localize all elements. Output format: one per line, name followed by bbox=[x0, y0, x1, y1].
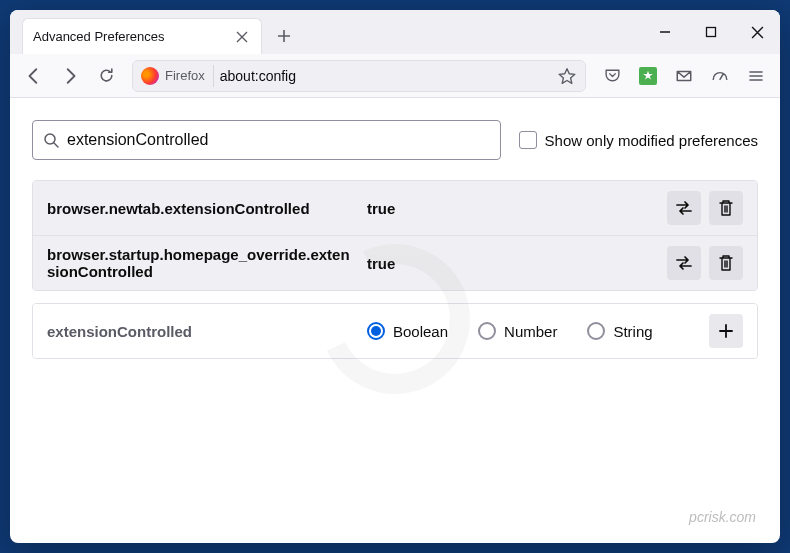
new-pref-row: extensionControlled Boolean Number Strin… bbox=[33, 304, 757, 358]
radio-icon bbox=[587, 322, 605, 340]
tab-title: Advanced Preferences bbox=[33, 29, 225, 44]
new-tab-button[interactable] bbox=[268, 20, 300, 52]
app-menu-button[interactable] bbox=[740, 60, 772, 92]
about-config-content: Show only modified preferences browser.n… bbox=[10, 98, 780, 543]
pref-table: browser.newtab.extensionControlled true … bbox=[32, 180, 758, 291]
toggle-button[interactable] bbox=[667, 246, 701, 280]
tab-advanced-preferences[interactable]: Advanced Preferences bbox=[22, 18, 262, 54]
identity-box[interactable]: Firefox bbox=[137, 65, 214, 87]
radio-string[interactable]: String bbox=[587, 322, 652, 340]
radio-label: String bbox=[613, 323, 652, 340]
url-bar[interactable]: Firefox about:config bbox=[132, 60, 586, 92]
extension-icon[interactable] bbox=[632, 60, 664, 92]
radio-label: Number bbox=[504, 323, 557, 340]
firefox-logo-icon bbox=[141, 67, 159, 85]
delete-button[interactable] bbox=[709, 191, 743, 225]
add-button[interactable] bbox=[709, 314, 743, 348]
browser-window: Advanced Preferences bbox=[10, 10, 780, 543]
close-window-button[interactable] bbox=[734, 10, 780, 54]
dashboard-icon[interactable] bbox=[704, 60, 736, 92]
pref-row[interactable]: browser.newtab.extensionControlled true bbox=[33, 181, 757, 236]
search-icon bbox=[43, 132, 59, 148]
show-modified-checkbox[interactable]: Show only modified preferences bbox=[519, 131, 758, 149]
inbox-icon[interactable] bbox=[668, 60, 700, 92]
show-modified-label: Show only modified preferences bbox=[545, 132, 758, 149]
nav-toolbar: Firefox about:config bbox=[10, 54, 780, 98]
pref-value: true bbox=[367, 200, 657, 217]
tab-bar: Advanced Preferences bbox=[10, 10, 780, 54]
new-pref-table: extensionControlled Boolean Number Strin… bbox=[32, 303, 758, 359]
delete-button[interactable] bbox=[709, 246, 743, 280]
minimize-button[interactable] bbox=[642, 10, 688, 54]
pref-search-box[interactable] bbox=[32, 120, 501, 160]
type-radio-group: Boolean Number String bbox=[367, 322, 699, 340]
search-row: Show only modified preferences bbox=[32, 120, 758, 160]
radio-number[interactable]: Number bbox=[478, 322, 557, 340]
radio-label: Boolean bbox=[393, 323, 448, 340]
pocket-icon[interactable] bbox=[596, 60, 628, 92]
back-button[interactable] bbox=[18, 60, 50, 92]
window-controls bbox=[642, 10, 780, 54]
forward-button[interactable] bbox=[54, 60, 86, 92]
pref-name: browser.startup.homepage_override.extens… bbox=[47, 246, 357, 280]
radio-boolean[interactable]: Boolean bbox=[367, 322, 448, 340]
pref-actions bbox=[667, 246, 743, 280]
pref-actions bbox=[667, 191, 743, 225]
identity-label: Firefox bbox=[165, 68, 205, 83]
bookmark-star-icon[interactable] bbox=[553, 62, 581, 90]
checkbox-icon bbox=[519, 131, 537, 149]
maximize-button[interactable] bbox=[688, 10, 734, 54]
svg-rect-0 bbox=[707, 28, 716, 37]
pref-name: browser.newtab.extensionControlled bbox=[47, 200, 357, 217]
pref-actions bbox=[709, 314, 743, 348]
toggle-button[interactable] bbox=[667, 191, 701, 225]
close-tab-icon[interactable] bbox=[233, 28, 251, 46]
url-text: about:config bbox=[220, 68, 547, 84]
radio-icon bbox=[367, 322, 385, 340]
pref-search-input[interactable] bbox=[67, 131, 490, 149]
radio-icon bbox=[478, 322, 496, 340]
new-pref-name: extensionControlled bbox=[47, 323, 357, 340]
reload-button[interactable] bbox=[90, 60, 122, 92]
pref-value: true bbox=[367, 255, 657, 272]
pref-row[interactable]: browser.startup.homepage_override.extens… bbox=[33, 236, 757, 290]
